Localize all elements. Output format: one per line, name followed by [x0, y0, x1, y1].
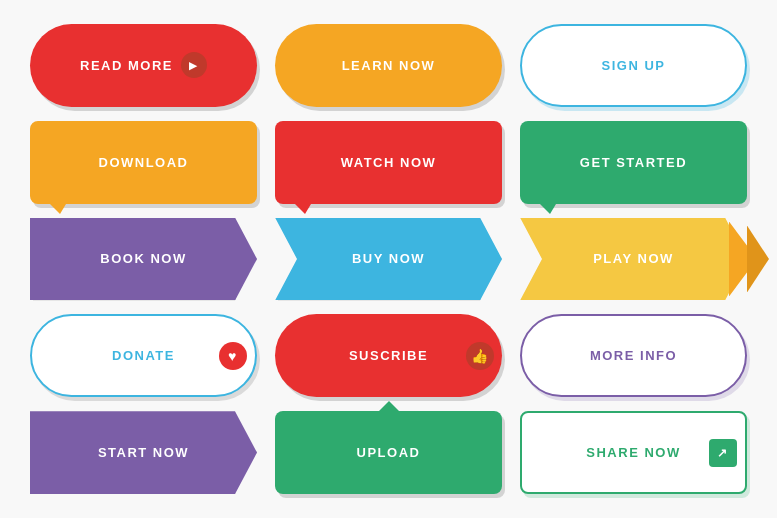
more-info-label: MORE INFO [590, 348, 677, 363]
read-more-button[interactable]: READ MORE ▶ [30, 24, 257, 107]
upload-button[interactable]: UPLOAD [275, 411, 502, 494]
thumbs-up-icon: 👍 [466, 342, 494, 370]
download-label: DOWNLOAD [99, 155, 189, 170]
subscribe-button[interactable]: SUSCRIBE 👍 [275, 314, 502, 397]
button-grid: READ MORE ▶ LEARN NOW SIGN UP DOWNLOAD W… [0, 0, 777, 518]
book-now-label: BOOK NOW [100, 251, 186, 266]
download-button[interactable]: DOWNLOAD [30, 121, 257, 204]
arrow-layer-3 [747, 226, 769, 293]
read-more-label: READ MORE [80, 58, 173, 73]
buy-now-label: BUY NOW [352, 251, 425, 266]
subscribe-label: SUSCRIBE [349, 348, 428, 363]
more-info-button[interactable]: MORE INFO [520, 314, 747, 397]
get-started-button[interactable]: GET STARTED [520, 121, 747, 204]
donate-button[interactable]: DONATE ♥ [30, 314, 257, 397]
share-icon: ↗ [709, 439, 737, 467]
buy-now-button[interactable]: BUY NOW [275, 218, 502, 301]
share-now-label: SHARE NOW [586, 445, 680, 460]
start-now-button[interactable]: START NOW [30, 411, 257, 494]
donate-label: DONATE [112, 348, 175, 363]
book-now-button[interactable]: BOOK NOW [30, 218, 257, 301]
heart-icon: ♥ [219, 342, 247, 370]
share-now-button[interactable]: SHARE NOW ↗ [520, 411, 747, 494]
watch-now-label: WATCH NOW [341, 155, 437, 170]
upload-label: UPLOAD [357, 445, 421, 460]
watch-now-button[interactable]: WATCH NOW [275, 121, 502, 204]
sign-up-label: SIGN UP [602, 58, 666, 73]
learn-now-button[interactable]: LEARN NOW [275, 24, 502, 107]
learn-now-label: LEARN NOW [342, 58, 436, 73]
start-now-label: START NOW [98, 445, 189, 460]
sign-up-button[interactable]: SIGN UP [520, 24, 747, 107]
play-now-label: PLAY NOW [593, 251, 674, 266]
play-icon: ▶ [181, 52, 207, 78]
get-started-label: GET STARTED [580, 155, 687, 170]
play-now-button[interactable]: PLAY NOW [520, 218, 747, 301]
